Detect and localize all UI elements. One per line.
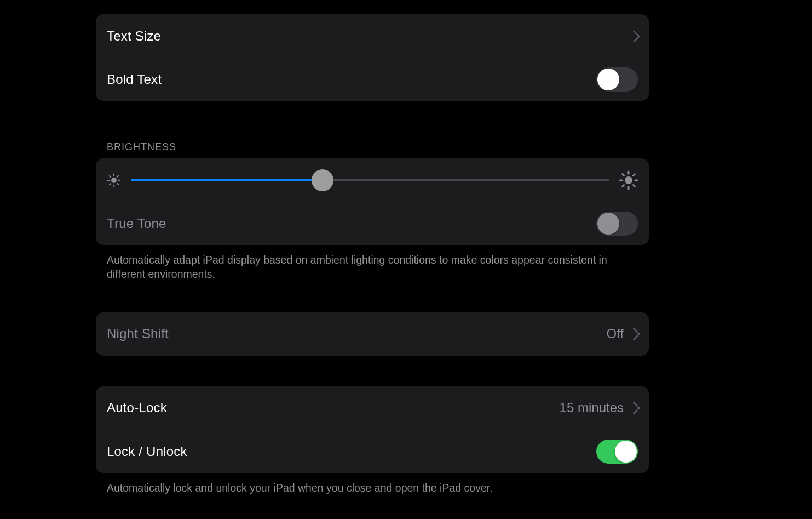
auto-lock-value: 15 minutes: [560, 400, 624, 415]
toggle-knob: [615, 441, 637, 463]
text-size-row[interactable]: Text Size: [96, 14, 649, 58]
slider-thumb[interactable]: [312, 169, 333, 191]
true-tone-label: True Tone: [107, 216, 166, 231]
lock-unlock-label: Lock / Unlock: [107, 444, 187, 459]
bold-text-label: Bold Text: [107, 72, 162, 87]
true-tone-footer: Automatically adapt iPad display based o…: [96, 245, 649, 282]
night-shift-value: Off: [606, 326, 624, 341]
night-shift-row[interactable]: Night Shift Off: [96, 312, 649, 356]
chevron-right-icon: [631, 31, 638, 42]
text-size-disclosure: [631, 31, 638, 42]
text-settings-group: Text Size Bold Text: [96, 14, 649, 101]
toggle-knob: [597, 69, 619, 90]
true-tone-row: True Tone: [96, 202, 649, 245]
true-tone-toggle[interactable]: [596, 212, 638, 236]
text-size-label: Text Size: [107, 28, 161, 44]
slider-fill: [131, 179, 323, 181]
auto-lock-row[interactable]: Auto-Lock 15 minutes: [96, 386, 649, 430]
brightness-high-icon: [619, 171, 638, 190]
chevron-right-icon: [631, 328, 638, 339]
brightness-slider[interactable]: [131, 168, 609, 192]
brightness-header: BRIGHTNESS: [96, 141, 649, 158]
settings-content: Text Size Bold Text BRIGHTNESS: [96, 0, 649, 495]
chevron-right-icon: [631, 402, 638, 413]
auto-lock-label: Auto-Lock: [107, 400, 167, 415]
bold-text-row: Bold Text: [107, 58, 649, 101]
night-shift-right: Off: [606, 326, 638, 341]
lock-unlock-footer: Automatically lock and unlock your iPad …: [96, 473, 649, 495]
lock-unlock-toggle[interactable]: [596, 440, 638, 464]
bold-text-toggle[interactable]: [596, 67, 638, 92]
auto-lock-right: 15 minutes: [560, 400, 638, 415]
brightness-slider-row: [96, 158, 649, 202]
lock-group: Auto-Lock 15 minutes Lock / Unlock: [96, 386, 649, 473]
brightness-low-icon: [107, 173, 121, 187]
toggle-knob: [597, 213, 619, 235]
slider-track: [131, 179, 609, 181]
night-shift-group: Night Shift Off: [96, 312, 649, 356]
night-shift-label: Night Shift: [107, 326, 169, 341]
lock-unlock-row: Lock / Unlock: [107, 430, 649, 473]
brightness-group: True Tone: [96, 158, 649, 245]
